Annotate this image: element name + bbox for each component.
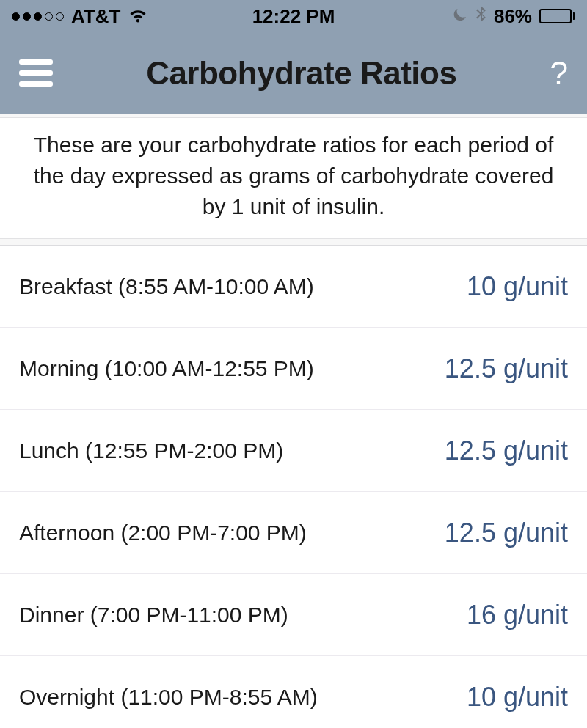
- ratio-unit: g/unit: [503, 682, 568, 713]
- status-time: 12:22 PM: [200, 5, 387, 28]
- carrier-label: AT&T: [71, 5, 120, 28]
- ratio-row-breakfast[interactable]: Breakfast (8:55 AM-10:00 AM) 10 g/unit: [0, 246, 587, 328]
- ratio-unit: g/unit: [503, 518, 568, 548]
- ratio-unit: g/unit: [503, 271, 568, 302]
- ratio-value-wrap: 12.5 g/unit: [429, 353, 568, 384]
- ratio-value: 12.5: [445, 353, 496, 384]
- ratio-value: 12.5: [445, 518, 496, 548]
- menu-button[interactable]: [19, 59, 53, 87]
- page-title: Carbohydrate Ratios: [146, 55, 456, 92]
- ratio-row-dinner[interactable]: Dinner (7:00 PM-11:00 PM) 16 g/unit: [0, 574, 587, 656]
- battery-icon: [539, 9, 575, 23]
- status-bar: AT&T 12:22 PM 86%: [0, 0, 587, 32]
- ratio-value-wrap: 16 g/unit: [429, 600, 568, 630]
- period-label: Lunch (12:55 PM-2:00 PM): [19, 438, 429, 463]
- period-label: Breakfast (8:55 AM-10:00 AM): [19, 274, 429, 299]
- ratio-value: 16: [467, 600, 496, 630]
- signal-strength-icon: [12, 12, 64, 21]
- ratio-value-wrap: 12.5 g/unit: [429, 435, 568, 466]
- status-left: AT&T: [12, 5, 200, 28]
- nav-bar: Carbohydrate Ratios ?: [0, 32, 587, 114]
- ratio-value: 10: [467, 271, 496, 302]
- ratio-value-wrap: 10 g/unit: [429, 271, 568, 302]
- ratio-row-morning[interactable]: Morning (10:00 AM-12:55 PM) 12.5 g/unit: [0, 328, 587, 410]
- ratio-unit: g/unit: [503, 353, 568, 384]
- do-not-disturb-icon: [452, 5, 468, 28]
- ratio-row-overnight[interactable]: Overnight (11:00 PM-8:55 AM) 10 g/unit: [0, 656, 587, 728]
- ratio-list: Breakfast (8:55 AM-10:00 AM) 10 g/unit M…: [0, 245, 587, 728]
- battery-percent: 86%: [494, 5, 532, 28]
- period-label: Morning (10:00 AM-12:55 PM): [19, 356, 429, 381]
- ratio-unit: g/unit: [503, 435, 568, 466]
- period-label: Dinner (7:00 PM-11:00 PM): [19, 603, 429, 628]
- bluetooth-icon: [475, 5, 486, 28]
- period-label: Afternoon (2:00 PM-7:00 PM): [19, 521, 429, 545]
- ratio-value-wrap: 12.5 g/unit: [429, 518, 568, 548]
- ratio-value: 10: [467, 682, 496, 713]
- help-button[interactable]: ?: [550, 55, 568, 92]
- ratio-unit: g/unit: [503, 600, 568, 630]
- period-label: Overnight (11:00 PM-8:55 AM): [19, 685, 429, 710]
- description-text: These are your carbohydrate ratios for e…: [0, 117, 587, 239]
- ratio-row-afternoon[interactable]: Afternoon (2:00 PM-7:00 PM) 12.5 g/unit: [0, 492, 587, 574]
- ratio-value: 12.5: [445, 435, 496, 466]
- ratio-value-wrap: 10 g/unit: [429, 682, 568, 713]
- status-right: 86%: [387, 5, 575, 28]
- ratio-row-lunch[interactable]: Lunch (12:55 PM-2:00 PM) 12.5 g/unit: [0, 410, 587, 492]
- wifi-icon: [128, 8, 148, 24]
